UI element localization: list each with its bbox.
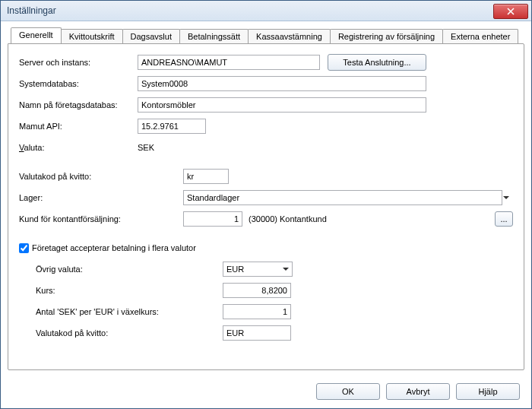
label-valuta: Valuta: bbox=[19, 143, 138, 152]
rate-field[interactable] bbox=[223, 283, 291, 298]
browse-customer-button[interactable]: ... bbox=[495, 211, 513, 227]
label-lager: Lager: bbox=[19, 193, 183, 202]
multi-currency-checkbox[interactable] bbox=[19, 243, 29, 253]
titlebar: Inställningar bbox=[1, 1, 531, 21]
tab-label: Kvittoutskrift bbox=[69, 32, 115, 41]
close-icon bbox=[507, 8, 515, 15]
tab-kassaavstamning[interactable]: Kassaavstämning bbox=[248, 29, 331, 44]
label-exchange-units: Antal 'SEK' per 'EUR' i växelkurs: bbox=[19, 307, 223, 316]
cash-customer-name: (30000) Kontantkund bbox=[249, 214, 327, 224]
exchange-units-field[interactable] bbox=[223, 304, 291, 319]
button-label: Testa Anslutning... bbox=[343, 58, 410, 67]
tab-dagsavslut[interactable]: Dagsavslut bbox=[122, 29, 180, 44]
svg-line-0 bbox=[508, 8, 514, 14]
system-database-field[interactable] bbox=[138, 76, 426, 91]
server-instance-field[interactable] bbox=[138, 55, 320, 70]
mamut-api-field bbox=[138, 119, 206, 134]
window-title: Inställningar bbox=[7, 5, 56, 16]
tab-kvittoutskrift[interactable]: Kvittoutskrift bbox=[61, 29, 123, 44]
tab-label: Externa enheter bbox=[451, 32, 510, 41]
form-area: Server och instans: Testa Anslutning... … bbox=[19, 53, 513, 360]
label-valutakod-receipt2: Valutakod på kvitto: bbox=[19, 328, 223, 338]
label-other-currency: Övrig valuta: bbox=[19, 265, 223, 274]
tab-generellt[interactable]: Generellt bbox=[11, 27, 62, 43]
tab-label: Kassaavstämning bbox=[256, 32, 322, 41]
dialog-footer: OK Avbryt Hjälp bbox=[316, 383, 520, 400]
company-db-name-field[interactable] bbox=[138, 97, 426, 113]
label-server-instance: Server och instans: bbox=[19, 58, 138, 67]
valutakod-receipt-field[interactable] bbox=[183, 169, 229, 184]
label-cash-customer: Kund för kontantförsäljning: bbox=[19, 214, 183, 224]
label-valutakod-receipt: Valutakod på kvitto: bbox=[19, 172, 183, 181]
button-label: Hjälp bbox=[478, 387, 497, 396]
settings-window: Inställningar Generellt Kvittoutskrift D… bbox=[0, 0, 532, 409]
close-button[interactable] bbox=[493, 4, 528, 19]
tab-registrering[interactable]: Registrering av försäljning bbox=[330, 29, 443, 44]
tab-label: Generellt bbox=[19, 30, 53, 40]
multi-currency-checkbox-label[interactable]: Företaget accepterar betalning i flera v… bbox=[19, 243, 196, 253]
button-label: ... bbox=[500, 214, 507, 224]
tab-label: Registrering av försäljning bbox=[338, 32, 435, 41]
label-company-db-name: Namn på företagsdatabas: bbox=[19, 100, 138, 109]
lager-select[interactable]: Standardlager bbox=[183, 190, 502, 205]
label-rate: Kurs: bbox=[19, 286, 223, 295]
valuta-value: SEK bbox=[138, 143, 154, 152]
valutakod-receipt2-field[interactable] bbox=[223, 325, 291, 341]
button-label: OK bbox=[342, 387, 354, 396]
tab-externa-enheter[interactable]: Externa enheter bbox=[442, 29, 518, 44]
ok-button[interactable]: OK bbox=[316, 383, 380, 400]
test-connection-button[interactable]: Testa Anslutning... bbox=[328, 54, 426, 71]
checkbox-label: Företaget accepterar betalning i flera v… bbox=[32, 243, 196, 252]
cancel-button[interactable]: Avbryt bbox=[386, 383, 450, 400]
tab-panel-generellt: Server och instans: Testa Anslutning... … bbox=[8, 43, 524, 370]
other-currency-select[interactable]: EUR bbox=[223, 262, 293, 277]
client-area: Generellt Kvittoutskrift Dagsavslut Beta… bbox=[2, 21, 530, 407]
svg-line-1 bbox=[508, 8, 514, 14]
cash-customer-number-field[interactable] bbox=[183, 211, 242, 227]
tab-label: Betalningssätt bbox=[188, 32, 240, 41]
label-system-database: Systemdatabas: bbox=[19, 79, 138, 88]
tab-strip: Generellt Kvittoutskrift Dagsavslut Beta… bbox=[11, 27, 524, 43]
help-button[interactable]: Hjälp bbox=[456, 383, 520, 400]
tab-label: Dagsavslut bbox=[131, 32, 172, 41]
label-mamut-api: Mamut API: bbox=[19, 122, 138, 131]
button-label: Avbryt bbox=[407, 387, 430, 396]
tab-betalningssatt[interactable]: Betalningssätt bbox=[179, 29, 249, 44]
